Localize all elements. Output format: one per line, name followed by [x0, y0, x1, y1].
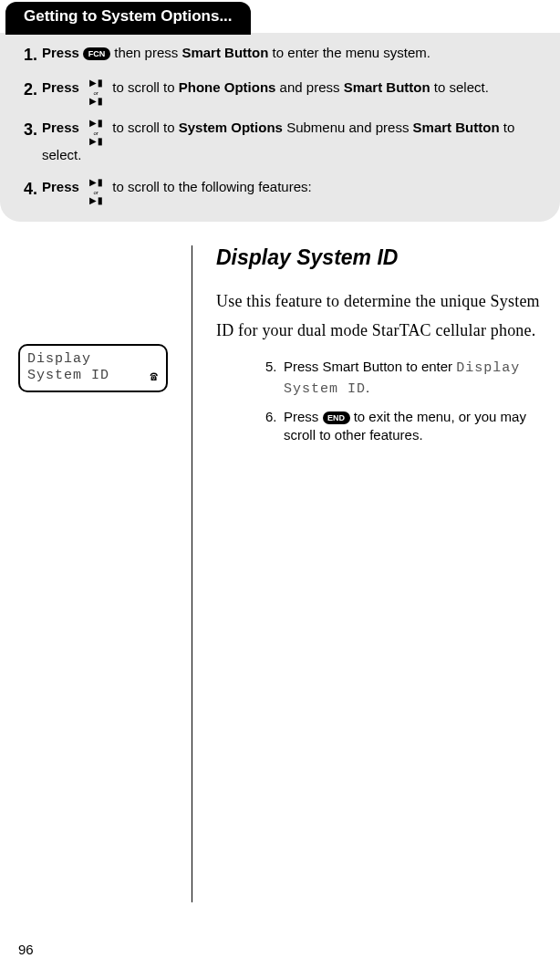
sub-step-body: Press END to exit the menu, or you may s…: [284, 408, 560, 445]
step-number: 3.: [24, 119, 42, 141]
step-1: 1. Press FCN then press Smart Button to …: [24, 44, 536, 66]
step-4: 4. Press ▶▮ or ▶▮ to scroll to the follo…: [24, 178, 536, 205]
left-column: Display System ID ☎: [0, 245, 192, 902]
step-2: 2. Press ▶▮ or ▶▮ to scroll to Phone Opt…: [24, 78, 536, 106]
scroll-icon: ▶▮ or ▶▮: [87, 78, 105, 106]
lcd-line: Display: [27, 351, 159, 369]
lcd-display: Display System ID ☎: [18, 344, 168, 393]
section-title: Display System ID: [216, 245, 560, 270]
page-number: 96: [18, 942, 34, 957]
scroll-icon: ▶▮ or ▶▮: [87, 119, 105, 146]
step-body: Press FCN then press Smart Button to ent…: [42, 44, 536, 62]
press-label: Press: [42, 45, 79, 60]
lcd-inline: System ID: [284, 381, 366, 397]
step-text: Submenu and press: [286, 120, 412, 135]
sub-step-text: Press Smart Button to enter: [284, 359, 456, 374]
sub-step-6: 6. Press END to exit the menu, or you ma…: [265, 408, 560, 445]
step-bold: Phone Options: [179, 79, 276, 95]
step-body: Press ▶▮ or ▶▮ to scroll to System Optio…: [42, 119, 536, 164]
step-3: 3. Press ▶▮ or ▶▮ to scroll to System Op…: [24, 119, 536, 164]
step-body: Press ▶▮ or ▶▮ to scroll to the followin…: [42, 178, 536, 205]
period: .: [366, 380, 369, 395]
lcd-line: System ID: [27, 368, 159, 385]
sub-step-body: Press Smart Button to enter Display Syst…: [284, 358, 520, 399]
right-column: Display System ID Use this feature to de…: [192, 245, 560, 902]
step-bold: Smart Button: [181, 45, 268, 60]
steps-box: 1. Press FCN then press Smart Button to …: [0, 33, 560, 222]
step-text: to select.: [434, 79, 489, 95]
press-label: Press: [42, 79, 79, 95]
step-text: and press: [280, 79, 344, 95]
press-label: Press: [42, 179, 79, 194]
end-key-icon: END: [323, 411, 350, 424]
step-text: to scroll to: [112, 120, 179, 135]
step-number: 4.: [24, 178, 42, 200]
step-number: 2.: [24, 78, 42, 100]
step-bold: Smart Button: [344, 79, 430, 95]
step-bold: System Options: [179, 120, 283, 135]
step-text: then press: [114, 45, 181, 60]
step-text: to scroll to the following features:: [112, 179, 311, 194]
step-text: to scroll to: [112, 79, 179, 95]
phone-icon: ☎: [150, 370, 159, 386]
content-area: Display System ID ☎ Display System ID Us…: [0, 245, 560, 902]
sub-step-number: 5.: [265, 358, 284, 399]
intro-text: Use this feature to determine the unique…: [216, 286, 560, 346]
press-label: Press: [42, 120, 79, 135]
step-text: to enter the menu system.: [273, 45, 430, 60]
sub-step-text: Press: [284, 409, 323, 424]
sub-steps: 5. Press Smart Button to enter Display S…: [265, 358, 560, 444]
section-tab: Getting to System Options...: [5, 2, 251, 35]
lcd-inline: Display: [456, 360, 520, 376]
fcn-key-icon: FCN: [83, 47, 110, 60]
step-number: 1.: [24, 44, 42, 66]
sub-step-number: 6.: [265, 408, 284, 445]
step-bold: Smart Button: [413, 120, 500, 135]
scroll-icon: ▶▮ or ▶▮: [87, 178, 105, 205]
sub-step-5: 5. Press Smart Button to enter Display S…: [265, 358, 560, 399]
step-body: Press ▶▮ or ▶▮ to scroll to Phone Option…: [42, 78, 536, 106]
